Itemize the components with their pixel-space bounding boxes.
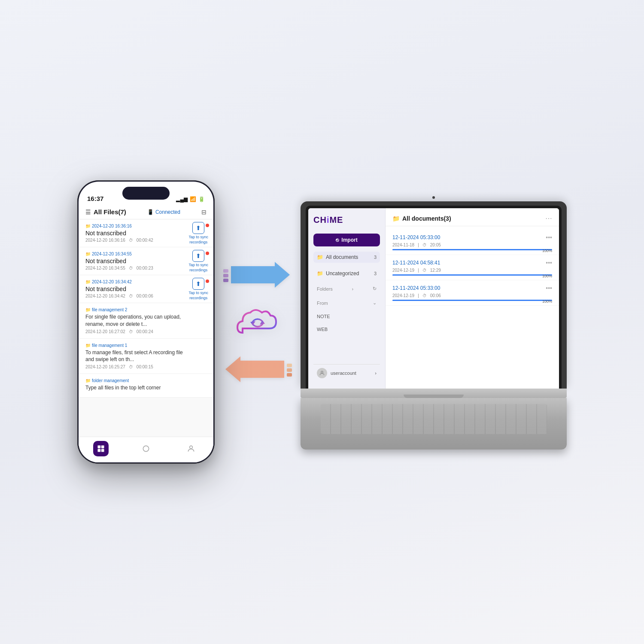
- recording-item[interactable]: 📁 folder management Type all files in th…: [79, 374, 213, 398]
- separator: |: [418, 243, 419, 247]
- nav-account[interactable]: [183, 441, 199, 456]
- nav-record[interactable]: [138, 441, 154, 456]
- phone-device: 16:37 ▂▄▆ 📶 🔋 ☰ All Files(7): [77, 180, 215, 464]
- status-time: 16:37: [87, 195, 103, 202]
- doc-item-header: 12-11-2024 04:58:41 •••: [392, 259, 552, 266]
- document-list[interactable]: 12-11-2024 05:33:00 ••• 2024-11-18 | ⏱ 2…: [386, 226, 559, 389]
- import-icon: ⎋: [336, 237, 339, 243]
- doc-more-button[interactable]: •••: [546, 285, 552, 292]
- connected-badge: 📱 Connected: [147, 209, 180, 215]
- phone-header: ☰ All Files(7) 📱 Connected ⊟: [79, 205, 213, 219]
- clock-icon: ⏱: [422, 268, 427, 273]
- recording-item[interactable]: 📁 file management 1 To manage files, fir…: [79, 339, 213, 374]
- recording-list[interactable]: 📁 2024-12-20 16:36:16 Not transcribed 20…: [79, 219, 213, 456]
- recording-item[interactable]: 📁 2024-12-20 16:34:42 Not transcribed 20…: [79, 275, 213, 303]
- app-logo: CHiME: [313, 215, 380, 225]
- separator: |: [418, 268, 419, 273]
- doc-name[interactable]: 12-11-2024 05:33:00: [392, 285, 440, 291]
- doc-item[interactable]: 12-11-2024 05:33:00 ••• 2024-11-18 | ⏱ 2…: [386, 230, 559, 255]
- svg-marker-12: [225, 356, 284, 382]
- doc-date: 2024-12-19: [392, 268, 414, 273]
- chevron-down-icon[interactable]: ⌄: [373, 300, 377, 306]
- phone-content: ☰ All Files(7) 📱 Connected ⊟: [79, 205, 213, 462]
- folder-icon: 📁: [392, 215, 400, 222]
- uncategorized-count: 3: [374, 271, 377, 276]
- sync-icon[interactable]: ⬆: [192, 278, 204, 290]
- sidebar-from-note[interactable]: NOTE: [313, 313, 380, 320]
- sync-icon[interactable]: ⬆: [192, 222, 204, 234]
- clock-icon: ⏱: [129, 365, 133, 369]
- user-avatar: [317, 368, 327, 378]
- doc-item-header: 12-11-2024 05:33:00 •••: [392, 234, 552, 241]
- doc-item[interactable]: 12-11-2024 05:33:00 ••• 2024-12-19 | ⏱ 0…: [386, 280, 559, 306]
- refresh-icon[interactable]: ↻: [373, 286, 377, 292]
- doc-item[interactable]: 12-11-2024 04:58:41 ••• 2024-12-19 | ⏱ 1…: [386, 255, 559, 280]
- wifi-icon: 📶: [190, 196, 196, 202]
- folder-icon: 📁: [317, 254, 323, 260]
- clock-icon: ⏱: [129, 294, 133, 298]
- clock-icon: ⏱: [422, 293, 427, 298]
- filter-icon[interactable]: ⊟: [201, 209, 207, 216]
- nav-files[interactable]: [93, 441, 109, 456]
- hamburger-icon[interactable]: ☰: [85, 209, 91, 216]
- import-button[interactable]: ⎋ Import: [313, 234, 380, 246]
- folder-icon: 📁: [85, 343, 91, 348]
- recording-title: Type all files in the top left corner: [85, 384, 207, 392]
- laptop-camera: [432, 196, 435, 199]
- cloud-sync: [234, 298, 281, 346]
- svg-rect-3: [101, 449, 104, 452]
- sidebar-user[interactable]: useraccount ›: [313, 364, 380, 382]
- connected-icon: 📱: [147, 209, 154, 215]
- svg-rect-7: [223, 274, 228, 277]
- doc-item-header: 12-11-2024 05:33:00 •••: [392, 285, 552, 292]
- sync-button[interactable]: ⬆ Tap to sync recordings: [188, 222, 208, 244]
- phone-header-left: ☰ All Files(7): [85, 208, 126, 216]
- folder-icon: 📁: [85, 378, 91, 383]
- sidebar-uncategorized-label: Uncategorized: [326, 270, 359, 276]
- recording-title: To manage files, first select A recordin…: [85, 349, 207, 364]
- signal-icon: ▂▄▆: [176, 196, 188, 202]
- user-label: useraccount: [331, 371, 356, 376]
- sync-button[interactable]: ⬆ Tap to sync recordings: [188, 250, 208, 272]
- sync-label2: recordings: [189, 268, 207, 272]
- doc-progress-fill: [392, 249, 552, 250]
- sidebar-all-docs-label: All documents: [326, 254, 358, 260]
- sidebar-uncategorized[interactable]: 📁 Uncategorized 3: [313, 268, 380, 279]
- phone-all-files-title: All Files(7): [94, 208, 126, 216]
- folder-icon: 📁: [85, 224, 91, 228]
- laptop-keyboard: [321, 404, 547, 434]
- recording-item[interactable]: 📁 file management 2 For single file oper…: [79, 303, 213, 339]
- sync-icon[interactable]: ⬆: [192, 250, 204, 262]
- clock-icon: ⏱: [129, 238, 133, 243]
- sync-label: Tap to sync: [188, 291, 208, 295]
- recording-meta: 2024-12-20 16:27:02 ⏱ 00:00:24: [85, 329, 207, 334]
- svg-marker-9: [231, 262, 290, 288]
- logo-dot: i: [327, 215, 330, 225]
- recording-item[interactable]: 📁 2024-12-20 16:36:16 Not transcribed 20…: [79, 219, 213, 247]
- main-scene: 16:37 ▂▄▆ 📶 🔋 ☰ All Files(7): [86, 129, 558, 515]
- folders-section[interactable]: Folders › ↻: [313, 284, 380, 293]
- svg-point-5: [189, 446, 192, 449]
- svg-rect-8: [223, 279, 228, 282]
- phone-frame: 16:37 ▂▄▆ 📶 🔋 ☰ All Files(7): [77, 180, 215, 464]
- folders-label: Folders: [317, 286, 333, 292]
- doc-progress-fill: [392, 274, 552, 276]
- doc-name[interactable]: 12-11-2024 05:33:00: [392, 234, 440, 240]
- main-title-text: All documents(3): [402, 215, 451, 222]
- recording-meta: 2024-12-20 16:25:27 ⏱ 00:00:15: [85, 365, 207, 369]
- sidebar-from-web[interactable]: WEB: [313, 325, 380, 333]
- clock-icon: ⏱: [129, 266, 133, 270]
- doc-more-button[interactable]: •••: [546, 234, 552, 241]
- doc-more-button[interactable]: •••: [546, 259, 552, 266]
- sidebar-all-documents[interactable]: 📁 All documents 3: [313, 252, 380, 263]
- laptop-screen: CHiME ⎋ Import 📁 All documents: [308, 208, 559, 389]
- doc-name[interactable]: 12-11-2024 04:58:41: [392, 260, 440, 266]
- doc-progress-bar: 100%: [392, 274, 552, 276]
- recording-item[interactable]: 📁 2024-12-20 16:34:55 Not transcribed 20…: [79, 247, 213, 275]
- recording-date: 📁 folder management: [85, 378, 207, 383]
- connected-label: Connected: [155, 209, 180, 215]
- more-options-icon[interactable]: ⋯: [545, 214, 552, 222]
- doc-time: 20:05: [430, 243, 441, 247]
- sync-button[interactable]: ⬆ Tap to sync recordings: [188, 278, 208, 300]
- svg-rect-2: [98, 449, 101, 452]
